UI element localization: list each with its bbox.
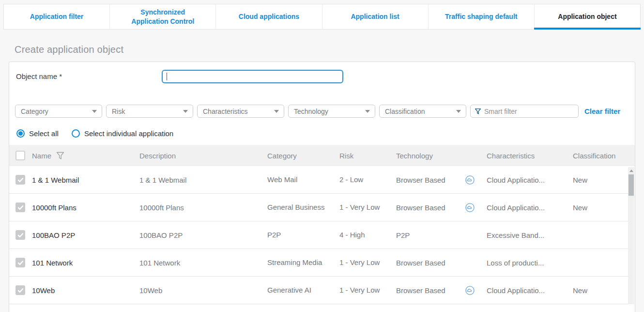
cell-description: 100BAO P2P: [139, 231, 267, 239]
cell-name: 1 & 1 Webmail: [32, 176, 139, 184]
column-label: Technology: [396, 152, 433, 160]
cell-risk: 2 - Low: [339, 175, 396, 185]
technology-dropdown[interactable]: Technology: [288, 105, 375, 118]
cell-name: 100BAO P2P: [32, 231, 139, 239]
column-label: Name: [32, 152, 51, 160]
tab-application-object[interactable]: Application object: [534, 4, 640, 29]
tab-cloud-applications[interactable]: Cloud applications: [215, 4, 322, 29]
cell-technology: Browser Based: [396, 259, 465, 267]
column-label: Description: [139, 152, 176, 160]
table-row: 10000ft Plans 10000ft Plans General Busi…: [9, 194, 628, 221]
radio-selected-icon: [16, 129, 25, 138]
row-checkbox-cell: [9, 230, 32, 240]
funnel-icon: [475, 109, 481, 114]
arrow-up-icon[interactable]: [629, 170, 633, 172]
tab-label: Cloud applications: [239, 12, 299, 21]
cell-category: General Business: [267, 203, 339, 212]
tab-label: Application filter: [30, 12, 83, 21]
risk-text: 1 - Very Low: [339, 203, 380, 211]
row-checkbox-checked[interactable]: [15, 203, 25, 212]
caret-down-icon: [183, 110, 188, 113]
row-checkbox-checked[interactable]: [15, 285, 25, 295]
category-text: Generative AI: [267, 286, 311, 294]
cell-risk: 1 - Very Low: [339, 285, 396, 295]
tab-label: Synchronized Application Control: [123, 8, 203, 25]
cell-category: Streaming Media: [267, 258, 339, 267]
dropdown-label: Category: [21, 108, 48, 115]
selection-mode-row: Select all Select individual application: [16, 129, 635, 138]
select-individual-application-radio[interactable]: Select individual application: [72, 129, 173, 138]
header-technology: Technology: [396, 152, 487, 160]
dropdown-label: Classification: [385, 108, 425, 115]
cell-characteristic-icon: [465, 231, 487, 240]
table-row: 1 & 1 Webmail 1 & 1 Webmail Web Mail 2 -…: [9, 166, 628, 194]
category-dropdown[interactable]: Category: [15, 105, 102, 118]
cell-characteristics: Loss of producti...: [487, 259, 573, 267]
cell-characteristic-icon: [465, 286, 487, 295]
cell-classification: New: [573, 286, 628, 295]
cloud-circle-icon: [465, 203, 475, 212]
cell-description: 10000ft Plans: [139, 203, 267, 212]
table-row: 10Web 10Web Generative AI 1 - Very Low B…: [9, 277, 628, 304]
row-checkbox-cell: [9, 175, 32, 185]
select-all-radio[interactable]: Select all: [16, 129, 59, 138]
cell-description: 10Web: [139, 286, 267, 295]
risk-dropdown[interactable]: Risk: [106, 105, 193, 118]
column-label: Category: [267, 152, 297, 160]
category-text: General Business: [267, 203, 324, 211]
caret-down-icon: [274, 110, 279, 113]
text-cursor: [167, 73, 167, 80]
tab-application-filter[interactable]: Application filter: [4, 4, 109, 29]
check-icon: [17, 204, 24, 211]
column-label: Characteristics: [487, 152, 535, 160]
tab-synchronized-application-control[interactable]: Synchronized Application Control: [109, 4, 215, 29]
header-description: Description: [139, 152, 267, 160]
row-checkbox-checked[interactable]: [15, 175, 25, 185]
cell-characteristics: Excessive Band...: [487, 231, 573, 239]
cell-technology: Browser Based: [396, 176, 465, 184]
cloud-circle-icon: [465, 175, 475, 185]
cell-name: 10Web: [32, 286, 139, 295]
radio-label: Select individual application: [84, 129, 173, 138]
row-checkbox-checked[interactable]: [15, 230, 25, 240]
object-name-label: Object name *: [16, 70, 162, 83]
cell-category: Web Mail: [267, 175, 339, 185]
risk-text: 4 - High: [339, 231, 365, 239]
cell-characteristics: Cloud Applicatio...: [487, 203, 573, 212]
column-label: Classification: [573, 152, 615, 160]
dropdown-label: Risk: [112, 108, 125, 115]
header-classification: Classification: [573, 152, 635, 160]
table-scrollbar[interactable]: [628, 167, 634, 304]
header-risk: Risk: [339, 152, 396, 160]
table-header: Name Description Category Risk Technolog…: [9, 145, 635, 166]
row-checkbox-checked[interactable]: [15, 258, 25, 267]
create-application-object-panel: Object name * Category Risk Characterist…: [9, 62, 635, 312]
check-icon: [17, 260, 24, 266]
scrollbar-thumb[interactable]: [629, 174, 634, 196]
smart-filter-box: [470, 105, 579, 118]
cloud-circle-icon: [465, 286, 475, 295]
select-all-checkbox[interactable]: [15, 151, 25, 160]
tab-traffic-shaping-default[interactable]: Traffic shaping default: [428, 4, 534, 29]
clear-filter-link[interactable]: Clear filter: [584, 107, 620, 115]
column-label: Risk: [339, 152, 353, 160]
cell-name: 10000ft Plans: [32, 203, 139, 212]
cell-classification: New: [573, 176, 628, 184]
header-category: Category: [267, 152, 339, 160]
characteristics-dropdown[interactable]: Characteristics: [197, 105, 284, 118]
cell-classification: New: [573, 203, 628, 212]
object-name-input-wrap: [162, 70, 343, 83]
smart-filter-input[interactable]: [484, 108, 574, 115]
risk-text: 1 - Very Low: [339, 286, 380, 294]
table-row: 100BAO P2P 100BAO P2P P2P 4 - High P2P E…: [9, 221, 628, 249]
page-title: Create application object: [15, 44, 644, 55]
tab-application-list[interactable]: Application list: [322, 4, 428, 29]
cell-technology: P2P: [396, 231, 465, 239]
check-icon: [17, 287, 24, 294]
classification-dropdown[interactable]: Classification: [379, 105, 466, 118]
funnel-outline-icon[interactable]: [56, 152, 64, 160]
cell-risk: 1 - Very Low: [339, 203, 396, 212]
check-icon: [17, 177, 24, 183]
object-name-row: Object name *: [9, 62, 635, 83]
object-name-input[interactable]: [162, 70, 343, 83]
